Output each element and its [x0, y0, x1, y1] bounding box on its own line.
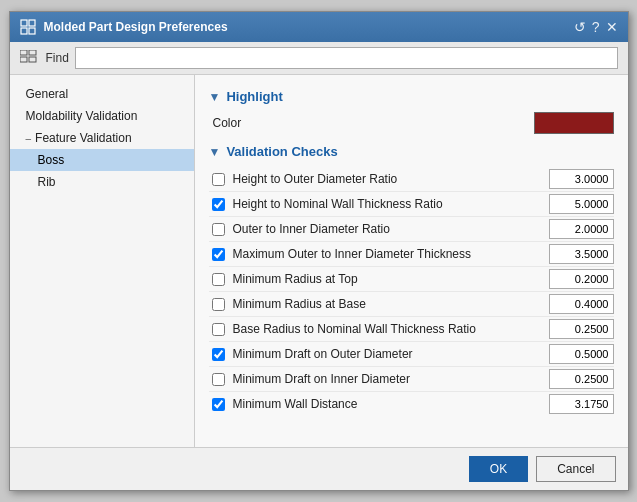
value-height-outer: 3.0000: [544, 169, 614, 189]
svg-rect-6: [29, 50, 36, 55]
check-min-draft-inner[interactable]: [212, 373, 225, 386]
value-min-draft-outer: 0.5000: [544, 344, 614, 364]
checkbox-height-outer[interactable]: [209, 173, 229, 186]
sidebar-item-rib[interactable]: Rib: [10, 171, 194, 193]
color-picker[interactable]: [534, 112, 614, 134]
sidebar-item-rib-label: Rib: [38, 175, 56, 189]
checkbox-max-outer-inner[interactable]: [209, 248, 229, 261]
check-min-wall-distance[interactable]: [212, 398, 225, 411]
value-min-radius-top: 0.2000: [544, 269, 614, 289]
input-min-draft-inner[interactable]: 0.2500: [549, 369, 614, 389]
table-row: Minimum Draft on Outer Diameter 0.5000: [209, 342, 614, 367]
content-area: ▼ Highlight Color ▼ Validation Checks He…: [195, 75, 628, 447]
checkbox-min-radius-top[interactable]: [209, 273, 229, 286]
input-height-nominal[interactable]: 5.0000: [549, 194, 614, 214]
sidebar-item-boss-label: Boss: [38, 153, 65, 167]
check-min-radius-top[interactable]: [212, 273, 225, 286]
find-icon: [20, 48, 40, 68]
checkbox-min-wall-distance[interactable]: [209, 398, 229, 411]
sidebar-item-feature-label: Feature Validation: [35, 131, 132, 145]
checkbox-height-nominal[interactable]: [209, 198, 229, 211]
checkbox-min-radius-base[interactable]: [209, 298, 229, 311]
svg-rect-1: [29, 20, 35, 26]
check-height-outer[interactable]: [212, 173, 225, 186]
validation-section-header: ▼ Validation Checks: [209, 144, 614, 159]
close-button[interactable]: ✕: [606, 19, 618, 35]
check-min-draft-outer[interactable]: [212, 348, 225, 361]
check-height-nominal[interactable]: [212, 198, 225, 211]
checkbox-min-draft-outer[interactable]: [209, 348, 229, 361]
title-bar: Molded Part Design Preferences ↺ ? ✕: [10, 12, 628, 42]
input-base-radius-nominal[interactable]: 0.2500: [549, 319, 614, 339]
input-min-radius-base[interactable]: 0.4000: [549, 294, 614, 314]
checkbox-outer-inner[interactable]: [209, 223, 229, 236]
input-max-outer-inner[interactable]: 3.5000: [549, 244, 614, 264]
checkbox-base-radius-nominal[interactable]: [209, 323, 229, 336]
svg-rect-4: [20, 50, 27, 55]
search-bar: Find: [10, 42, 628, 75]
sidebar-item-boss[interactable]: Boss: [10, 149, 194, 171]
input-outer-inner[interactable]: 2.0000: [549, 219, 614, 239]
sidebar-item-general-label: General: [26, 87, 69, 101]
check-max-outer-inner[interactable]: [212, 248, 225, 261]
highlight-color-row: Color: [209, 112, 614, 134]
label-min-draft-outer: Minimum Draft on Outer Diameter: [229, 347, 544, 361]
svg-rect-7: [29, 57, 36, 62]
table-row: Height to Nominal Wall Thickness Ratio 5…: [209, 192, 614, 217]
table-row: Minimum Radius at Base 0.4000: [209, 292, 614, 317]
cancel-button[interactable]: Cancel: [536, 456, 615, 482]
label-min-radius-top: Minimum Radius at Top: [229, 272, 544, 286]
label-outer-inner: Outer to Inner Diameter Ratio: [229, 222, 544, 236]
table-row: Outer to Inner Diameter Ratio 2.0000: [209, 217, 614, 242]
main-content: General Moldability Validation – Feature…: [10, 75, 628, 447]
search-input[interactable]: [75, 47, 618, 69]
sidebar-item-moldability[interactable]: Moldability Validation: [10, 105, 194, 127]
table-row: Minimum Draft on Inner Diameter 0.2500: [209, 367, 614, 392]
dialog-title: Molded Part Design Preferences: [44, 20, 566, 34]
check-outer-inner[interactable]: [212, 223, 225, 236]
validation-triangle: ▼: [209, 145, 221, 159]
sidebar-item-feature-validation[interactable]: – Feature Validation: [10, 127, 194, 149]
value-min-draft-inner: 0.2500: [544, 369, 614, 389]
check-min-radius-base[interactable]: [212, 298, 225, 311]
ok-button[interactable]: OK: [469, 456, 528, 482]
sidebar: General Moldability Validation – Feature…: [10, 75, 195, 447]
check-base-radius-nominal[interactable]: [212, 323, 225, 336]
highlight-section-header: ▼ Highlight: [209, 89, 614, 104]
help-button[interactable]: ?: [592, 19, 600, 35]
label-height-nominal: Height to Nominal Wall Thickness Ratio: [229, 197, 544, 211]
label-height-outer: Height to Outer Diameter Ratio: [229, 172, 544, 186]
label-max-outer-inner: Maximum Outer to Inner Diameter Thicknes…: [229, 247, 544, 261]
footer: OK Cancel: [10, 447, 628, 490]
svg-rect-3: [29, 28, 35, 34]
input-height-outer[interactable]: 3.0000: [549, 169, 614, 189]
value-min-radius-base: 0.4000: [544, 294, 614, 314]
validation-table: Height to Outer Diameter Ratio 3.0000 He…: [209, 167, 614, 416]
input-min-wall-distance[interactable]: 3.1750: [549, 394, 614, 414]
svg-rect-5: [20, 57, 27, 62]
table-row: Base Radius to Nominal Wall Thickness Ra…: [209, 317, 614, 342]
title-bar-controls: ↺ ? ✕: [574, 19, 618, 35]
value-min-wall-distance: 3.1750: [544, 394, 614, 414]
value-height-nominal: 5.0000: [544, 194, 614, 214]
label-base-radius-nominal: Base Radius to Nominal Wall Thickness Ra…: [229, 322, 544, 336]
find-label: Find: [46, 51, 69, 65]
label-min-wall-distance: Minimum Wall Distance: [229, 397, 544, 411]
label-min-radius-base: Minimum Radius at Base: [229, 297, 544, 311]
input-min-radius-top[interactable]: 0.2000: [549, 269, 614, 289]
refresh-button[interactable]: ↺: [574, 19, 586, 35]
label-min-draft-inner: Minimum Draft on Inner Diameter: [229, 372, 544, 386]
table-row: Maximum Outer to Inner Diameter Thicknes…: [209, 242, 614, 267]
value-outer-inner: 2.0000: [544, 219, 614, 239]
sidebar-item-moldability-label: Moldability Validation: [26, 109, 138, 123]
input-min-draft-outer[interactable]: 0.5000: [549, 344, 614, 364]
sidebar-item-general[interactable]: General: [10, 83, 194, 105]
value-max-outer-inner: 3.5000: [544, 244, 614, 264]
highlight-triangle: ▼: [209, 90, 221, 104]
checkbox-min-draft-inner[interactable]: [209, 373, 229, 386]
dialog-icon: [20, 19, 36, 35]
collapse-icon: –: [26, 133, 32, 144]
dialog: Molded Part Design Preferences ↺ ? ✕ Fin…: [9, 11, 629, 491]
svg-rect-0: [21, 20, 27, 26]
table-row: Height to Outer Diameter Ratio 3.0000: [209, 167, 614, 192]
